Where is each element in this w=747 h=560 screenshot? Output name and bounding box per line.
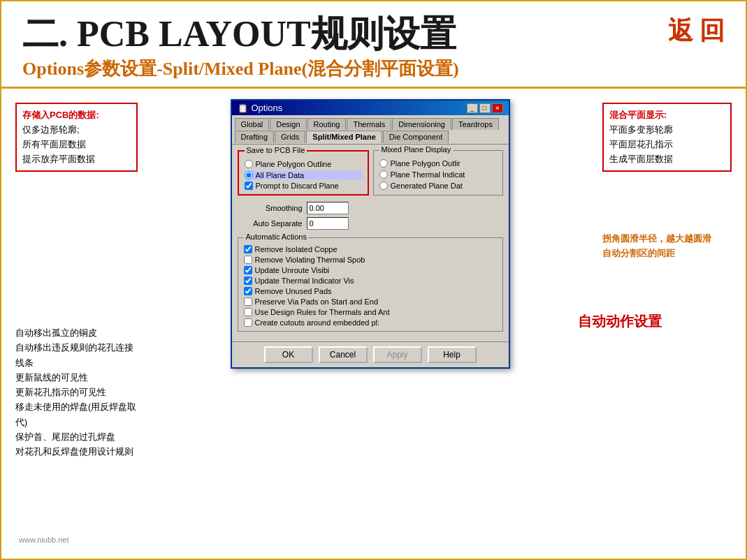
tab-grids[interactable]: Grids [275,131,305,143]
checkbox-update-thermal-label: Update Thermal Indicator Vis [255,277,354,285]
titlebar-controls: _ □ ✕ [467,103,503,113]
checkbox-update-unroute[interactable]: Update Unroute Visibi [244,266,497,274]
dialog-title-text: Options [252,103,283,113]
checkbox-update-unroute-label: Update Unroute Visibi [255,266,330,274]
two-col-section: Save to PCB File Plane Polygon Outline A… [238,150,503,200]
smoothing-input[interactable] [307,202,349,214]
left-line-2: 所有平面层数据 [22,138,131,152]
radio-all-plane-data[interactable]: All Plane Data [245,171,362,179]
right-annotations: 混合平面显示: 平面多变形轮廓 平面层花孔指示 生成平面层数据 拐角圆滑半径，越… [599,96,732,551]
checkbox-remove-violating[interactable]: Remove Violating Thermal Spob [244,256,497,264]
cancel-button[interactable]: Cancel [319,346,368,363]
checkbox-preserve-via[interactable]: Preserve Via Pads on Start and End [244,297,497,306]
checkbox-update-thermal-input[interactable] [244,277,252,285]
dialog-icon: 📋 [238,103,248,113]
left-annotation-box-bottom: 自动移出孤立的铜皮 自动移出违反规则的花孔连接线条 更新鼠线的可见性 更新花孔指… [15,326,138,459]
dialog-content: Save to PCB File Plane Polygon Outline A… [232,144,509,341]
checkbox-prompt-discard-input[interactable] [245,182,253,190]
radio-plane-polygon-outline[interactable]: Plane Polygon Outline [245,160,362,168]
checkbox-remove-unused-pads-input[interactable] [244,287,252,295]
save-to-pcb-section: Save to PCB File Plane Polygon Outline A… [238,150,369,196]
maximize-button[interactable]: □ [479,103,491,113]
checkbox-preserve-via-input[interactable] [244,297,252,306]
left-bottom-line-7: 对花孔和反焊盘使用设计规则 [15,445,138,459]
radio-generated-plane-dat[interactable]: Generated Plane Dat [379,182,497,190]
dialog-footer: OK Cancel Apply Help [232,341,509,367]
left-line-1: 仅多边形轮廓; [22,123,131,138]
return-button[interactable]: 返 回 [668,14,725,48]
checkbox-preserve-via-label: Preserve Via Pads on Start and End [255,297,379,306]
tab-dimensioning[interactable]: Dimensioning [392,118,451,130]
tab-design[interactable]: Design [270,118,306,130]
checkbox-prompt-discard-label: Prompt to Discard Plane [256,182,339,190]
auto-separate-row: Auto Separate [243,217,498,230]
radio-generated-plane-dat-label: Generated Plane Dat [391,182,463,190]
checkbox-use-design-rules-input[interactable] [244,308,252,316]
tab-split-mixed-plane[interactable]: Split/Mixed Plane [306,131,382,143]
fields-middle-area: Smoothing Auto Separate [238,200,503,235]
tab-bar: Global Design Routing Thermals Dimension… [232,115,509,143]
radio-plane-thermal-indicat-input[interactable] [379,170,388,179]
save-to-pcb-label: Save to PCB File [245,146,307,154]
tab-teardrops[interactable]: Teardrops [452,118,499,130]
right-mid-line1: 拐角圆滑半径，越大越圆滑 [602,232,732,246]
help-button[interactable]: Help [428,346,477,363]
ok-button[interactable]: OK [264,346,313,363]
checkbox-update-thermal[interactable]: Update Thermal Indicator Vis [244,277,497,285]
minimize-button[interactable]: _ [467,103,478,113]
tab-drafting[interactable]: Drafting [235,131,275,143]
tab-global[interactable]: Global [235,118,270,130]
left-bottom-line-6: 保护首、尾层的过孔焊盘 [15,430,138,445]
radio-plane-thermal-indicat[interactable]: Plane Thermal Indicat [379,170,497,179]
radio-plane-polygon-outlir-input[interactable] [379,159,388,168]
tab-row-1: Global Design Routing Thermals Dimension… [235,118,506,130]
close-button[interactable]: ✕ [492,103,503,113]
right-mid-line2: 自动分割区的间距 [602,246,732,261]
right-line-3: 生成平面层数据 [609,152,725,167]
content-area: 存储入PCB的数据: 仅多边形轮廓; 所有平面层数据 提示放弃平面数据 自动移出… [1,89,746,558]
checkbox-remove-unused-pads-label: Remove Unused Pads [255,287,332,295]
auto-separate-input[interactable] [307,217,349,230]
left-annotation-box-top: 存储入PCB的数据: 仅多边形轮廓; 所有平面层数据 提示放弃平面数据 [15,103,138,172]
checkbox-remove-isolated[interactable]: Remove Isolated Coppe [244,245,497,253]
left-annotations: 存储入PCB的数据: 仅多边形轮廓; 所有平面层数据 提示放弃平面数据 自动移出… [15,96,141,551]
tab-thermals[interactable]: Thermals [347,118,391,130]
right-annotation-box-top: 混合平面显示: 平面多变形轮廓 平面层花孔指示 生成平面层数据 [602,103,732,172]
right-annotation-mid: 拐角圆滑半径，越大越圆滑 自动分割区的间距 [602,232,732,261]
checkbox-create-cutouts-label: Create cutouts around embedded pl: [255,318,380,327]
left-bottom-line-2: 自动移出违反规则的花孔连接线条 [15,341,138,371]
auto-separate-label: Auto Separate [243,219,303,228]
right-box-title: 混合平面显示: [609,108,725,123]
dialog-area: 📋 Options _ □ ✕ Global Design Routing [141,96,599,551]
radio-all-plane-data-label: All Plane Data [256,171,305,179]
mixed-plane-label: Mixed Plane Display [379,145,454,154]
checkbox-prompt-discard[interactable]: Prompt to Discard Plane [245,182,362,190]
checkbox-remove-violating-label: Remove Violating Thermal Spob [255,256,365,264]
apply-button[interactable]: Apply [373,346,422,363]
sub-title: Options参数设置-Split/Mixed Plane(混合分割平面设置) [22,57,725,81]
checkbox-remove-unused-pads[interactable]: Remove Unused Pads [244,287,497,295]
radio-plane-polygon-outline-label: Plane Polygon Outline [256,160,332,168]
radio-generated-plane-dat-input[interactable] [379,182,388,190]
watermark: www.niubb.net [19,536,69,544]
radio-plane-polygon-outlir[interactable]: Plane Polygon Outlir [379,159,497,168]
checkbox-create-cutouts-input[interactable] [244,318,252,327]
radio-all-plane-data-input[interactable] [245,171,253,179]
left-bottom-line-1: 自动移出孤立的铜皮 [15,326,138,341]
checkbox-use-design-rules[interactable]: Use Design Rules for Thermals and Ant [244,308,497,316]
mixed-plane-display-section: Mixed Plane Display Plane Polygon Outlir… [373,150,503,196]
checkbox-create-cutouts[interactable]: Create cutouts around embedded pl: [244,318,497,327]
checkbox-update-unroute-input[interactable] [244,266,252,274]
dialog-title: 📋 Options [238,103,283,113]
right-line-2: 平面层花孔指示 [609,138,725,152]
tab-row-2: Drafting Grids Split/Mixed Plane Die Com… [235,131,506,143]
tab-routing[interactable]: Routing [307,118,347,130]
left-bottom-line-4: 更新花孔指示的可见性 [15,385,138,400]
auto-actions-section: Automatic Actions Remove Isolated Coppe … [238,237,503,332]
options-dialog: 📋 Options _ □ ✕ Global Design Routing [231,99,510,369]
checkbox-remove-isolated-input[interactable] [244,245,252,253]
radio-plane-polygon-outline-input[interactable] [245,160,253,168]
dialog-titlebar: 📋 Options _ □ ✕ [232,101,509,115]
checkbox-remove-violating-input[interactable] [244,256,252,264]
tab-die-component[interactable]: Die Component [383,131,449,143]
